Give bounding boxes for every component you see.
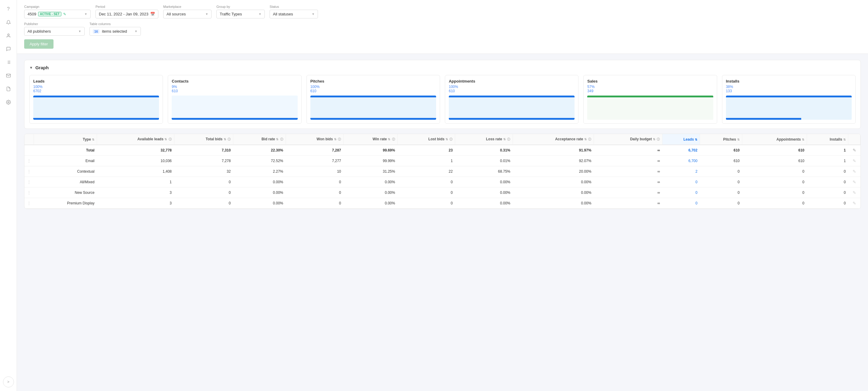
marketplace-label: Marketplace <box>163 5 212 8</box>
cell-leads: 0 <box>662 177 700 187</box>
sort-icon: ⇅ <box>276 138 278 141</box>
question-icon[interactable]: ? <box>3 4 14 14</box>
cell-lost_bids: 0 <box>397 187 455 198</box>
publisher-chevron-icon: ▼ <box>78 30 81 33</box>
row-edit-button[interactable]: ✎ <box>851 147 858 153</box>
cell-leads: 0 <box>662 198 700 209</box>
bell-icon[interactable] <box>3 17 14 28</box>
sort-icon: ⇅ <box>695 138 697 141</box>
col-header-leads[interactable]: Leads ⇅ <box>662 134 700 145</box>
col-header-win_rate[interactable]: Win rate ⇅ ⓘ <box>344 134 398 145</box>
cell-type: All/Mixed <box>34 177 97 187</box>
campaign-select[interactable]: 4509 ACTIVE - SET ✎ ▼ <box>24 10 91 19</box>
col-header-acceptance_rate[interactable]: Acceptance rate ⇅ ⓘ <box>513 134 594 145</box>
cell-type: Total <box>34 145 97 156</box>
graph-card-val: 349 <box>587 89 713 93</box>
person-icon[interactable] <box>3 30 14 41</box>
col-header-bid_rate[interactable]: Bid rate ⇅ ⓘ <box>233 134 286 145</box>
info-icon: ⓘ <box>392 138 395 141</box>
campaign-active-badge: ACTIVE - SET <box>38 12 61 16</box>
apply-filter-button[interactable]: Apply filter <box>24 39 54 49</box>
cell-won_bids: 0 <box>286 177 344 187</box>
publisher-label: Publisher <box>24 22 85 26</box>
graph-card-val: 610 <box>172 89 298 93</box>
cell-pitches: 0 <box>700 166 742 177</box>
cell-total_bids: 32 <box>174 166 233 177</box>
period-select[interactable]: Dec 11, 2022 - Jan 09, 2023 📅 <box>95 10 158 19</box>
cell-lost_bids: 0 <box>397 198 455 209</box>
sort-icon: ⇅ <box>584 138 587 141</box>
cell-total_bids: 0 <box>174 187 233 198</box>
publisher-select[interactable]: All publishers ▼ <box>24 27 85 36</box>
graph-header[interactable]: ▼ Graph <box>29 65 856 70</box>
graph-card-title: Appointments <box>449 79 575 84</box>
gear-icon[interactable] <box>3 97 14 108</box>
campaign-edit-icon[interactable]: ✎ <box>63 12 66 16</box>
cell-daily_budget: ∞ <box>594 166 662 177</box>
cell-lost_bids: 1 <box>397 156 455 166</box>
row-handle-icon[interactable]: ⋮ <box>27 180 31 184</box>
info-icon: ⓘ <box>657 138 660 141</box>
sidebar-expand-button[interactable]: > <box>3 377 14 387</box>
list-icon[interactable] <box>3 57 14 68</box>
graph-card-title: Contacts <box>172 79 298 84</box>
sort-icon: ⇅ <box>445 138 448 141</box>
sort-icon: ⇅ <box>224 138 226 141</box>
cell-total_bids: 7,278 <box>174 156 233 166</box>
sort-icon: ⇅ <box>92 138 94 141</box>
col-header-total_bids[interactable]: Total bids ⇅ ⓘ <box>174 134 233 145</box>
col-header-daily_budget[interactable]: Daily budget ⇅ ⓘ <box>594 134 662 145</box>
cell-lost_bids: 23 <box>397 145 455 156</box>
filters-section: Campaign 4509 ACTIVE - SET ✎ ▼ Period De… <box>17 0 868 54</box>
row-edit-button[interactable]: ✎ <box>851 169 858 175</box>
row-handle-icon[interactable]: ⋮ <box>27 190 31 195</box>
graph-card-pct: 100% <box>449 85 575 89</box>
columns-count: 16 <box>93 29 99 34</box>
row-handle-icon[interactable]: ⋮ <box>27 158 31 163</box>
table-row: ⋮Premium Display300.00%00.00%00.00%0.00%… <box>25 198 861 209</box>
cell-loss_rate: 0.00% <box>455 177 513 187</box>
row-handle-icon[interactable]: ⋮ <box>27 169 31 174</box>
chat-icon[interactable] <box>3 43 14 54</box>
cell-loss_rate: 0.00% <box>455 198 513 209</box>
graph-title: Graph <box>35 65 49 70</box>
col-header-available_leads[interactable]: Available leads ⇅ ⓘ <box>97 134 174 145</box>
col-header-installs[interactable]: Installs ⇅ <box>807 134 848 145</box>
graph-collapse-icon: ▼ <box>29 66 33 70</box>
col-header-loss_rate[interactable]: Loss rate ⇅ ⓘ <box>455 134 513 145</box>
calendar-icon: 📅 <box>150 12 155 16</box>
row-edit-button[interactable]: ✎ <box>851 190 858 196</box>
columns-select[interactable]: 16 items selected ▼ <box>89 27 141 36</box>
graph-card-title: Sales <box>587 79 713 84</box>
sort-icon: ⇅ <box>802 138 804 141</box>
marketplace-select[interactable]: All sources ▼ <box>163 10 212 19</box>
cell-available_leads: 3 <box>97 198 174 209</box>
status-select[interactable]: All statuses ▼ <box>270 10 318 19</box>
cell-lost_bids: 0 <box>397 177 455 187</box>
info-icon: ⓘ <box>507 138 510 141</box>
groupby-select[interactable]: Traffic Types ▼ <box>216 10 265 19</box>
campaign-filter-group: Campaign 4509 ACTIVE - SET ✎ ▼ <box>24 5 91 19</box>
graph-card-pct: 57% <box>587 85 713 89</box>
sort-icon: ⇅ <box>334 138 336 141</box>
col-header-pitches[interactable]: Pitches ⇅ <box>700 134 742 145</box>
cell-installs: 1 <box>807 145 848 156</box>
col-header-appointments[interactable]: Appointments ⇅ <box>742 134 807 145</box>
row-handle-icon[interactable]: ⋮ <box>27 201 31 206</box>
mail-icon[interactable] <box>3 70 14 81</box>
status-chevron-icon: ▼ <box>312 12 315 16</box>
doc-icon[interactable] <box>3 84 14 94</box>
col-header-lost_bids[interactable]: Lost bids ⇅ ⓘ <box>397 134 455 145</box>
cell-pitches: 610 <box>700 156 742 166</box>
cell-available_leads: 32,778 <box>97 145 174 156</box>
cell-appointments: 0 <box>742 187 807 198</box>
cell-pitches: 610 <box>700 145 742 156</box>
col-header-type[interactable]: Type ⇅ <box>34 134 97 145</box>
row-edit-button[interactable]: ✎ <box>851 200 858 206</box>
row-edit-button[interactable]: ✎ <box>851 158 858 164</box>
period-filter-group: Period Dec 11, 2022 - Jan 09, 2023 📅 <box>95 5 158 19</box>
row-edit-button[interactable]: ✎ <box>851 179 858 185</box>
cell-daily_budget: ∞ <box>594 156 662 166</box>
graph-card-appointments: Appointments 100% 610 <box>445 75 579 124</box>
col-header-won_bids[interactable]: Won bids ⇅ ⓘ <box>286 134 344 145</box>
